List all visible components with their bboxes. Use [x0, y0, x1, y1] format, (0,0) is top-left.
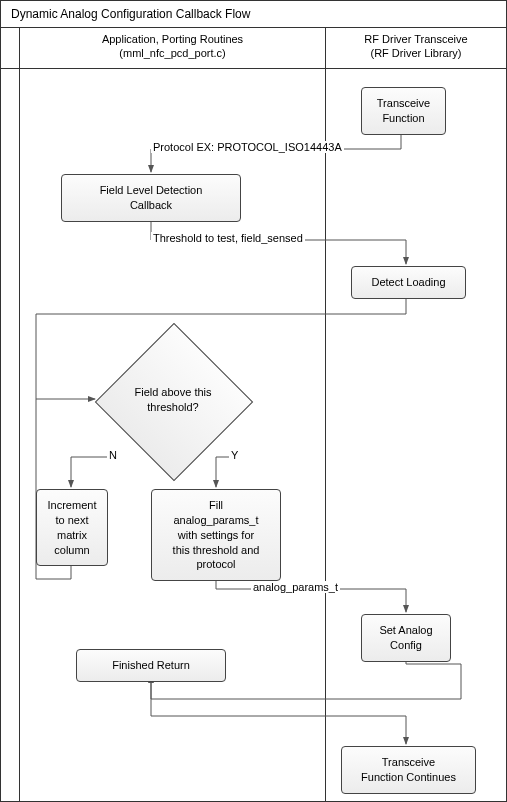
node-field-level-callback-label: Field Level DetectionCallback — [100, 184, 203, 211]
lane-divider-left — [19, 69, 20, 802]
lane-app-label-1: Application, Porting Routines — [20, 32, 325, 46]
edge-no-label: N — [107, 449, 119, 461]
lane-rf-label-2: (RF Driver Library) — [326, 46, 506, 60]
node-finished-return-label: Finished Return — [112, 659, 190, 671]
lane-app-label-2: (mml_nfc_pcd_port.c) — [20, 46, 325, 60]
node-field-level-callback: Field Level DetectionCallback — [61, 174, 241, 222]
lane-margin — [1, 28, 20, 68]
node-increment-label: Incrementto nextmatrixcolumn — [48, 499, 97, 556]
lane-header-rf: RF Driver Transceive (RF Driver Library) — [326, 28, 506, 68]
lane-rf-label-1: RF Driver Transceive — [326, 32, 506, 46]
diagram-title: Dynamic Analog Configuration Callback Fl… — [1, 1, 506, 28]
edge-analog-params-label: analog_params_t — [251, 581, 340, 593]
lane-header-application: Application, Porting Routines (mml_nfc_p… — [20, 28, 326, 68]
lane-divider-mid — [325, 69, 326, 802]
node-set-analog-config-label: Set AnalogConfig — [379, 624, 432, 651]
node-fill-params-label: Fillanalog_params_twith settings forthis… — [173, 499, 260, 570]
node-fill-params: Fillanalog_params_twith settings forthis… — [151, 489, 281, 581]
node-transceive-continues-label: TransceiveFunction Continues — [361, 756, 456, 783]
node-increment: Incrementto nextmatrixcolumn — [36, 489, 108, 566]
lane-headers: Application, Porting Routines (mml_nfc_p… — [1, 28, 506, 69]
diagram-body: TransceiveFunction Protocol EX: PROTOCOL… — [1, 69, 506, 802]
node-detect-loading-label: Detect Loading — [372, 276, 446, 288]
node-set-analog-config: Set AnalogConfig — [361, 614, 451, 662]
node-transceive-function-label: TransceiveFunction — [377, 97, 430, 124]
edge-yes-label: Y — [229, 449, 240, 461]
edge-threshold-label: Threshold to test, field_sensed — [151, 232, 305, 244]
node-transceive-continues: TransceiveFunction Continues — [341, 746, 476, 794]
node-finished-return: Finished Return — [76, 649, 226, 682]
node-transceive-function: TransceiveFunction — [361, 87, 446, 135]
node-detect-loading: Detect Loading — [351, 266, 466, 299]
diagram-container: Dynamic Analog Configuration Callback Fl… — [0, 0, 507, 802]
node-decision-label: Field above thisthreshold? — [98, 385, 248, 415]
edge-protocol-label: Protocol EX: PROTOCOL_ISO14443A — [151, 141, 344, 153]
